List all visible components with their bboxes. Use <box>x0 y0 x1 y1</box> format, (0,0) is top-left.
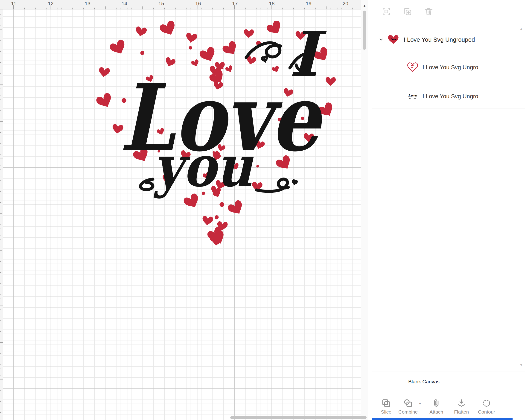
layer-label: I Love You Svg Ungro... <box>422 93 483 100</box>
combine-dropdown-caret-icon[interactable]: ▾ <box>419 401 421 406</box>
layers-panel: Love I Love You Svg Ungrouped I Love You… <box>372 0 525 420</box>
attach-button[interactable]: Attach <box>425 399 447 415</box>
panel-scroll-up-icon[interactable]: ▲ <box>519 27 523 31</box>
scroll-up-icon[interactable]: ▲ <box>361 0 368 8</box>
design-canvas[interactable]: 11121314151617181920 LoveyouI ▲ <box>0 0 361 420</box>
layer-label: I Love You Svg Ungrouped <box>404 36 475 43</box>
attach-label: Attach <box>425 409 447 415</box>
canvas-vertical-scrollbar[interactable]: ▲ <box>361 0 368 420</box>
flatten-label: Flatten <box>450 409 472 415</box>
layer-row-child-1[interactable]: I Love You Svg Ungro... <box>372 57 519 78</box>
vertical-scrollbar-thumb[interactable] <box>363 11 366 50</box>
panel-scroll-down-icon[interactable]: ▼ <box>519 363 523 367</box>
chevron-down-icon[interactable] <box>378 37 384 42</box>
love-you-heart-artwork[interactable]: LoveyouI <box>95 21 338 251</box>
combine-label: Combine <box>397 409 419 415</box>
layer-thumbnail-text: Love <box>407 91 418 102</box>
layer-thumbnail-group: Love <box>388 34 399 45</box>
svg-text:Love: Love <box>390 38 396 40</box>
blank-canvas-swatch[interactable] <box>377 375 403 389</box>
blank-canvas-label: Blank Canvas <box>408 379 440 385</box>
svg-text:you: you <box>153 133 254 199</box>
contour-label: Contour <box>476 409 497 415</box>
duplicate-icon <box>403 7 412 16</box>
group-icon <box>382 7 391 16</box>
svg-text:Love: Love <box>408 93 417 97</box>
group-button[interactable] <box>382 7 391 16</box>
vertical-ruler <box>0 9 3 420</box>
combine-icon <box>403 399 413 408</box>
combine-button[interactable]: ▾ Combine <box>397 399 419 415</box>
panel-divider-top <box>372 23 525 23</box>
layers-panel-toolbar <box>372 0 525 23</box>
paperclip-icon <box>432 399 441 408</box>
duplicate-button[interactable] <box>403 7 412 16</box>
contour-button[interactable]: Contour <box>476 399 497 415</box>
panel-bottom-accent-bar <box>372 418 513 420</box>
layer-row-child-2[interactable]: Love I Love You Svg Ungro... <box>372 86 519 107</box>
contour-icon <box>482 399 491 408</box>
slice-icon <box>382 399 391 408</box>
horizontal-ruler: 11121314151617181920 <box>0 0 361 9</box>
delete-button[interactable] <box>424 7 433 16</box>
layer-row-root[interactable]: Love I Love You Svg Ungrouped <box>372 29 519 50</box>
layer-thumbnail-heart <box>407 62 418 73</box>
layer-list-divider <box>372 108 525 108</box>
slice-label: Slice <box>375 409 397 415</box>
slice-button[interactable]: Slice <box>375 399 397 415</box>
flatten-button[interactable]: Flatten <box>450 399 472 415</box>
flatten-icon <box>457 399 466 408</box>
layer-label: I Love You Svg Ungro... <box>422 64 483 71</box>
canvas-horizontal-scrollbar-thumb[interactable] <box>230 416 366 419</box>
toolbar-divider <box>372 397 525 397</box>
trash-icon <box>424 7 433 16</box>
